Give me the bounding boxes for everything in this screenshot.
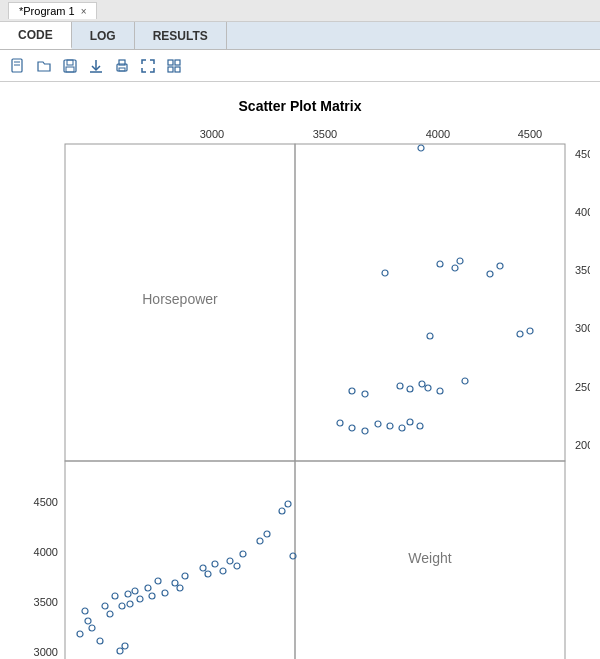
svg-point-37 <box>437 261 443 267</box>
svg-point-64 <box>82 608 88 614</box>
svg-point-69 <box>119 603 125 609</box>
svg-text:4500: 4500 <box>518 128 542 140</box>
title-bar: *Program 1 × <box>0 0 600 22</box>
svg-point-87 <box>240 551 246 557</box>
svg-point-76 <box>155 578 161 584</box>
svg-point-82 <box>205 571 211 577</box>
open-icon[interactable] <box>34 56 54 76</box>
svg-point-63 <box>89 625 95 631</box>
svg-point-60 <box>417 423 423 429</box>
svg-point-52 <box>462 378 468 384</box>
svg-point-38 <box>452 265 458 271</box>
svg-point-44 <box>527 328 533 334</box>
scatter-plot-svg: 3000 3500 4000 4500 450 400 350 300 250 … <box>10 116 590 659</box>
svg-text:350: 350 <box>575 264 590 276</box>
svg-point-75 <box>149 593 155 599</box>
svg-point-56 <box>375 421 381 427</box>
svg-point-58 <box>399 425 405 431</box>
svg-point-51 <box>437 388 443 394</box>
grid-icon[interactable] <box>164 56 184 76</box>
svg-point-83 <box>212 561 218 567</box>
svg-point-74 <box>145 585 151 591</box>
svg-point-45 <box>349 388 355 394</box>
svg-point-89 <box>264 531 270 537</box>
svg-point-90 <box>279 508 285 514</box>
svg-point-86 <box>234 563 240 569</box>
svg-point-40 <box>487 271 493 277</box>
svg-point-65 <box>97 638 103 644</box>
tab-label: *Program 1 <box>19 5 75 17</box>
svg-point-57 <box>387 423 393 429</box>
program-tab[interactable]: *Program 1 × <box>8 2 97 19</box>
svg-text:4000: 4000 <box>34 546 58 558</box>
svg-point-93 <box>117 648 123 654</box>
svg-point-84 <box>220 568 226 574</box>
svg-text:3000: 3000 <box>34 646 58 658</box>
svg-point-39 <box>457 258 463 264</box>
svg-point-77 <box>162 590 168 596</box>
svg-text:3000: 3000 <box>200 128 224 140</box>
svg-point-50 <box>425 385 431 391</box>
svg-point-35 <box>418 145 424 151</box>
horsepower-panel-label: Horsepower <box>142 291 218 307</box>
svg-point-94 <box>122 643 128 649</box>
svg-rect-11 <box>168 60 173 65</box>
tab-close-icon[interactable]: × <box>81 6 87 17</box>
svg-point-61 <box>77 631 83 637</box>
svg-point-88 <box>257 538 263 544</box>
svg-point-36 <box>382 270 388 276</box>
print-icon[interactable] <box>112 56 132 76</box>
svg-point-81 <box>200 565 206 571</box>
svg-text:400: 400 <box>575 206 590 218</box>
svg-point-85 <box>227 558 233 564</box>
icon-toolbar <box>0 50 600 82</box>
svg-text:3500: 3500 <box>313 128 337 140</box>
tab-code[interactable]: CODE <box>0 22 72 49</box>
chart-container: Scatter Plot Matrix 3000 3500 4000 4500 … <box>10 92 590 659</box>
svg-rect-5 <box>66 67 74 72</box>
weight-panel-label: Weight <box>408 550 451 566</box>
plot-area: Scatter Plot Matrix 3000 3500 4000 4500 … <box>0 82 600 659</box>
svg-point-54 <box>349 425 355 431</box>
svg-point-41 <box>497 263 503 269</box>
svg-point-43 <box>517 331 523 337</box>
svg-point-72 <box>132 588 138 594</box>
svg-point-47 <box>397 383 403 389</box>
svg-point-80 <box>182 573 188 579</box>
svg-point-62 <box>85 618 91 624</box>
svg-rect-13 <box>168 67 173 72</box>
download-icon[interactable] <box>86 56 106 76</box>
panel-bl-border <box>65 461 295 659</box>
svg-point-70 <box>125 591 131 597</box>
svg-rect-4 <box>67 60 73 65</box>
svg-text:300: 300 <box>575 322 590 334</box>
svg-point-48 <box>407 386 413 392</box>
chart-title: Scatter Plot Matrix <box>10 92 590 116</box>
svg-point-53 <box>337 420 343 426</box>
tab-row: CODE LOG RESULTS <box>0 22 600 50</box>
svg-point-49 <box>419 381 425 387</box>
svg-text:4500: 4500 <box>34 496 58 508</box>
svg-text:450: 450 <box>575 148 590 160</box>
svg-text:250: 250 <box>575 381 590 393</box>
tab-results[interactable]: RESULTS <box>135 22 227 49</box>
svg-point-46 <box>362 391 368 397</box>
svg-point-68 <box>112 593 118 599</box>
svg-rect-10 <box>119 68 125 71</box>
panel-tr-border <box>295 144 565 461</box>
save-icon[interactable] <box>60 56 80 76</box>
svg-point-67 <box>107 611 113 617</box>
svg-point-73 <box>137 596 143 602</box>
expand-icon[interactable] <box>138 56 158 76</box>
svg-point-59 <box>407 419 413 425</box>
svg-point-91 <box>285 501 291 507</box>
svg-rect-14 <box>175 67 180 72</box>
svg-rect-12 <box>175 60 180 65</box>
svg-text:200: 200 <box>575 439 590 451</box>
svg-point-78 <box>172 580 178 586</box>
new-icon[interactable] <box>8 56 28 76</box>
svg-point-66 <box>102 603 108 609</box>
svg-text:4000: 4000 <box>426 128 450 140</box>
svg-point-42 <box>427 333 433 339</box>
tab-log[interactable]: LOG <box>72 22 135 49</box>
